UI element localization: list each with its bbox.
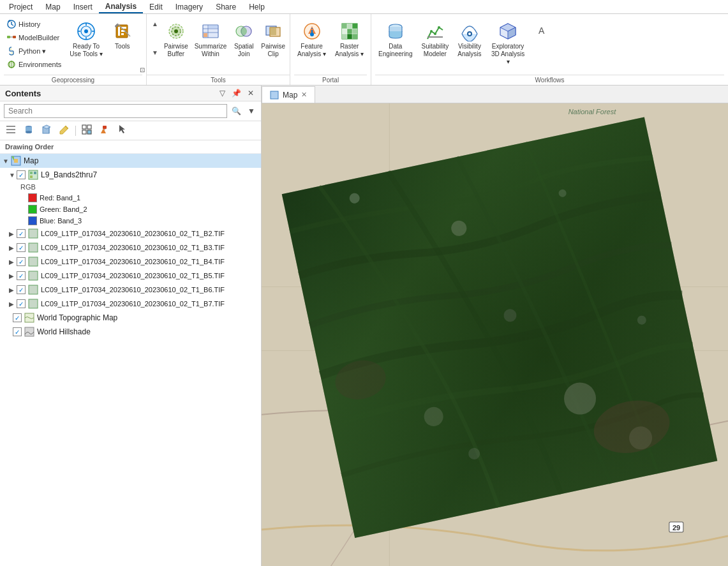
filter-cylinder-icon[interactable]	[22, 123, 36, 138]
tree-item-b6[interactable]: ▶ LC09_L1TP_017034_20230610_20230610_02_…	[0, 283, 261, 297]
pairwise-clip-button[interactable]: PairwiseClip	[258, 19, 288, 60]
tools-scroll-down[interactable]: ▼	[151, 48, 160, 57]
tree-item-map[interactable]: ▼ Map	[0, 154, 261, 168]
ribbon-tools-group: ▲ ▼ PairwiseBuffer	[147, 14, 290, 85]
b7-checkbox[interactable]	[17, 299, 26, 308]
feature-analysis-button[interactable]: FeatureAnalysis ▾	[294, 19, 329, 60]
tree-item-world-topo[interactable]: World Topographic Map	[0, 311, 261, 325]
world-topo-checkbox[interactable]	[13, 313, 22, 322]
svg-rect-44	[352, 24, 357, 29]
visibility-analysis-button[interactable]: VisibilityAnalysis	[454, 19, 484, 60]
map-tab[interactable]: Map ✕	[262, 86, 315, 103]
l9bands-expand-icon[interactable]: ▼	[9, 172, 17, 179]
geoprocessing-label: Geoprocessing	[4, 75, 142, 85]
svg-rect-95	[271, 91, 278, 99]
b5-expand-icon[interactable]: ▶	[9, 272, 17, 279]
filter-separator	[75, 126, 76, 136]
b2-checkbox[interactable]	[17, 229, 26, 238]
search-dropdown-btn[interactable]: ▼	[246, 106, 257, 116]
svg-point-5	[11, 48, 12, 50]
filter-cursor-icon[interactable]	[115, 123, 130, 138]
tree-item-b5[interactable]: ▶ LC09_L1TP_017034_20230610_20230610_02_…	[0, 269, 261, 283]
map-label: Map	[24, 156, 38, 165]
b3-checkbox[interactable]	[17, 243, 26, 252]
sidebar-close-btn[interactable]: ✕	[246, 88, 256, 98]
sidebar-minimize-btn[interactable]: ▽	[218, 88, 227, 98]
ready-to-use-tools-button[interactable]: Ready ToUse Tools ▾	[66, 19, 106, 60]
menu-imagery[interactable]: Imagery	[169, 1, 209, 13]
data-engineering-button[interactable]: DataEngineering	[375, 19, 415, 60]
filter-pencil-icon[interactable]	[57, 123, 71, 138]
svg-point-58	[438, 26, 440, 29]
menu-share[interactable]: Share	[209, 1, 242, 13]
b4-expand-icon[interactable]: ▶	[9, 258, 17, 265]
tree-item-l9bands[interactable]: ▼ L9_Bands2thru7	[0, 168, 261, 182]
menu-help[interactable]: Help	[242, 1, 271, 13]
tree-item-b3[interactable]: ▶ LC09_L1TP_017034_20230610_20230610_02_…	[0, 241, 261, 255]
b6-expand-icon[interactable]: ▶	[9, 287, 17, 294]
search-icon[interactable]: 🔍	[230, 106, 243, 116]
analysis-more-icon: A	[535, 21, 547, 41]
workflows-label: Workflows	[375, 75, 724, 85]
filter-list-icon[interactable]	[4, 123, 18, 138]
exploratory-3d-button[interactable]: Exploratory3D Analysis ▾	[487, 19, 529, 68]
svg-rect-76	[87, 130, 91, 134]
modelbuilder-button[interactable]: ModelBuilder	[4, 31, 64, 44]
search-input[interactable]	[4, 104, 227, 118]
world-hillshade-label: World Hillshade	[37, 327, 91, 336]
svg-point-56	[430, 30, 433, 33]
history-button[interactable]: History	[4, 18, 64, 31]
spatial-join-button[interactable]: SpatialJoin	[230, 19, 258, 60]
tree-item-world-hillshade[interactable]: World Hillshade	[0, 325, 261, 339]
tree-item-b2[interactable]: ▶ LC09_L1TP_017034_20230610_20230610_02_…	[0, 227, 261, 241]
summarize-within-icon	[200, 21, 221, 41]
filter-paint-icon[interactable]	[98, 123, 112, 138]
filter-box-icon[interactable]	[40, 123, 54, 138]
b6-checkbox[interactable]	[17, 285, 26, 294]
red-band-label: Red: Band_1	[40, 194, 80, 202]
python-button[interactable]: Python ▾	[4, 45, 64, 57]
map-canvas[interactable]: Charleston National Forest Danville 29 5…	[262, 103, 728, 566]
tools-button[interactable]: Tools	[108, 19, 137, 52]
sidebar-pin-btn[interactable]: 📌	[230, 88, 243, 98]
svg-rect-49	[347, 34, 352, 39]
b7-expand-icon[interactable]: ▶	[9, 301, 17, 308]
svg-rect-92	[29, 299, 38, 308]
map-expand-icon[interactable]: ▼	[3, 158, 10, 165]
rgb-label: RGB	[20, 183, 36, 191]
menu-edit[interactable]: Edit	[143, 1, 169, 13]
exploratory-3d-icon	[498, 21, 518, 41]
analysis-more-button[interactable]: A	[531, 19, 551, 43]
geoprocessing-expand-btn[interactable]: ⊡	[140, 66, 145, 73]
environments-button[interactable]: Environments	[4, 58, 64, 71]
l9bands-label: L9_Bands2thru7	[41, 170, 97, 179]
menu-project[interactable]: Project	[3, 1, 39, 13]
svg-rect-73	[82, 125, 86, 129]
raster-analysis-icon	[339, 21, 360, 41]
visibility-label: VisibilityAnalysis	[457, 43, 481, 58]
b2-expand-icon[interactable]: ▶	[9, 230, 17, 237]
menu-map[interactable]: Map	[39, 1, 66, 13]
menu-insert[interactable]: Insert	[67, 1, 99, 13]
menu-bar: Project Map Insert Analysis Edit Imagery…	[0, 0, 728, 14]
b5-checkbox[interactable]	[17, 271, 26, 280]
filter-grid-icon[interactable]	[80, 123, 94, 138]
suitability-modeler-button[interactable]: SuitabilityModeler	[418, 19, 452, 60]
summarize-within-button[interactable]: SummarizeWithin	[191, 19, 230, 60]
menu-analysis[interactable]: Analysis	[99, 1, 143, 13]
b4-checkbox[interactable]	[17, 257, 26, 266]
b3-expand-icon[interactable]: ▶	[9, 244, 17, 251]
map-tab-close[interactable]: ✕	[301, 91, 307, 99]
pairwise-buffer-button[interactable]: PairwiseBuffer	[161, 19, 191, 60]
summarize-within-label: SummarizeWithin	[195, 43, 227, 58]
tree-item-b7[interactable]: ▶ LC09_L1TP_017034_20230610_20230610_02_…	[0, 297, 261, 311]
svg-rect-88	[29, 243, 38, 252]
tools-scroll-up[interactable]: ▲	[151, 19, 160, 29]
l9bands-checkbox[interactable]	[17, 170, 26, 179]
svg-rect-18	[118, 27, 120, 36]
tree-item-b4[interactable]: ▶ LC09_L1TP_017034_20230610_20230610_02_…	[0, 255, 261, 269]
world-hillshade-checkbox[interactable]	[13, 327, 22, 336]
raster-analysis-button[interactable]: RasterAnalysis ▾	[332, 19, 367, 60]
tree-item-blue-band: Blue: Band_3	[0, 215, 261, 227]
sidebar-controls: ▽ 📌 ✕	[218, 88, 256, 98]
